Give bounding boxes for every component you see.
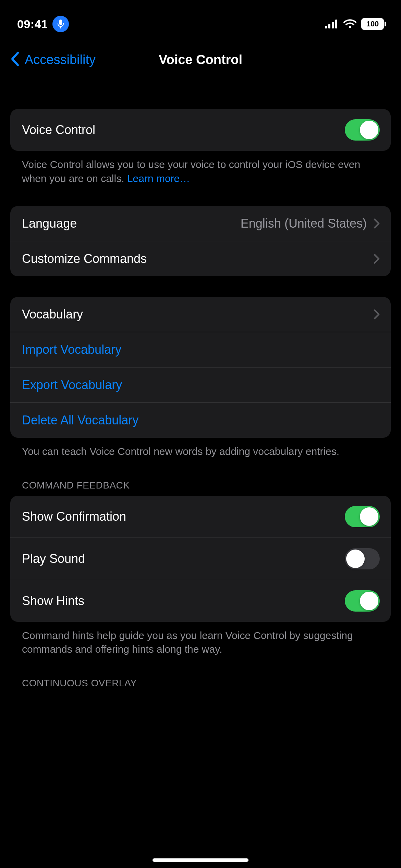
svg-rect-0: [59, 20, 62, 25]
voice-control-toggle[interactable]: [345, 119, 380, 141]
cell-show-hints: Show Hints: [10, 580, 391, 622]
group-vocabulary: Vocabulary Import Vocabulary Export Voca…: [10, 297, 391, 438]
chevron-left-icon: [10, 51, 20, 67]
group-command-feedback: Show Confirmation Play Sound Show Hints: [10, 496, 391, 622]
show-confirmation-toggle[interactable]: [345, 506, 380, 527]
mic-indicator: [52, 16, 69, 32]
language-value: English (United States): [241, 216, 367, 231]
learn-more-link[interactable]: Learn more…: [127, 173, 190, 184]
status-right: 100: [325, 18, 384, 30]
cell-customize-commands[interactable]: Customize Commands: [10, 241, 391, 276]
back-label[interactable]: Accessibility: [25, 52, 96, 67]
voice-control-footer: Voice Control allows you to use your voi…: [10, 151, 391, 185]
play-sound-label: Play Sound: [22, 552, 85, 566]
show-hints-label: Show Hints: [22, 594, 84, 608]
vocabulary-footer: You can teach Voice Control new words by…: [10, 438, 391, 459]
home-indicator[interactable]: [153, 858, 248, 862]
svg-rect-4: [332, 22, 334, 28]
wifi-icon: [343, 19, 356, 29]
customize-commands-label: Customize Commands: [22, 252, 147, 266]
chevron-right-icon: [374, 218, 380, 229]
command-feedback-header: COMMAND FEEDBACK: [10, 459, 391, 496]
delete-vocabulary-label: Delete All Vocabulary: [22, 413, 138, 427]
svg-rect-3: [328, 24, 330, 28]
cell-import-vocabulary[interactable]: Import Vocabulary: [10, 332, 391, 367]
status-time: 09:41: [17, 17, 48, 31]
play-sound-toggle[interactable]: [345, 548, 380, 569]
back-button[interactable]: [10, 51, 20, 68]
cell-export-vocabulary[interactable]: Export Vocabulary: [10, 367, 391, 403]
nav-bar: Accessibility Voice Control: [0, 45, 401, 82]
svg-rect-2: [325, 26, 327, 28]
mic-icon: [57, 19, 64, 29]
battery-indicator: 100: [361, 18, 384, 30]
cell-delete-vocabulary[interactable]: Delete All Vocabulary: [10, 403, 391, 438]
chevron-right-icon: [374, 309, 380, 320]
status-left: 09:41: [17, 16, 69, 32]
continuous-overlay-header: CONTINUOUS OVERLAY: [10, 656, 391, 694]
status-bar: 09:41 100: [0, 0, 401, 45]
page-title: Voice Control: [159, 52, 242, 67]
cellular-icon: [325, 20, 339, 28]
voice-control-label: Voice Control: [22, 123, 95, 137]
cell-voice-control: Voice Control: [10, 109, 391, 151]
group-voice-control: Voice Control: [10, 109, 391, 151]
language-label: Language: [22, 216, 77, 231]
cell-show-confirmation: Show Confirmation: [10, 496, 391, 538]
chevron-right-icon: [374, 254, 380, 264]
import-vocabulary-label: Import Vocabulary: [22, 342, 121, 357]
svg-point-6: [349, 26, 351, 28]
show-hints-toggle[interactable]: [345, 590, 380, 612]
export-vocabulary-label: Export Vocabulary: [22, 378, 122, 392]
command-feedback-footer: Command hints help guide you as you lear…: [10, 622, 391, 656]
cell-play-sound: Play Sound: [10, 538, 391, 580]
show-confirmation-label: Show Confirmation: [22, 509, 126, 524]
group-language: Language English (United States) Customi…: [10, 206, 391, 276]
content: Voice Control Voice Control allows you t…: [0, 109, 401, 694]
vocabulary-label: Vocabulary: [22, 307, 83, 322]
cell-vocabulary[interactable]: Vocabulary: [10, 297, 391, 332]
voice-control-footer-text: Voice Control allows you to use your voi…: [22, 159, 360, 184]
svg-rect-5: [335, 20, 337, 28]
cell-language[interactable]: Language English (United States): [10, 206, 391, 241]
